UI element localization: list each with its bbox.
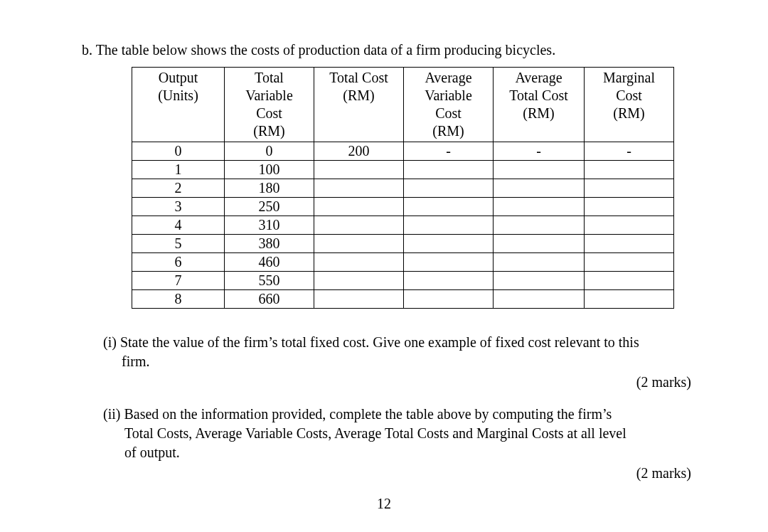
cell-mc: -	[585, 142, 674, 161]
question-i: (i) State the value of the firm’s total …	[103, 333, 697, 390]
col-header-tvc: TotalVariableCost(RM)	[225, 68, 314, 142]
question-i-line2: firm.	[103, 352, 697, 371]
col-header-tc: Total Cost(RM)	[314, 68, 404, 142]
cell-mc	[585, 179, 674, 198]
table-row: 3 250	[132, 198, 674, 216]
cell-atc	[494, 290, 585, 309]
cell-tc	[314, 272, 404, 290]
cell-avc	[404, 179, 494, 198]
cell-atc	[494, 161, 585, 179]
col-header-avc: AverageVariableCost(RM)	[404, 68, 494, 142]
cell-output: 3	[132, 198, 225, 216]
cell-tc	[314, 179, 404, 198]
cell-tvc: 180	[225, 179, 314, 198]
cell-atc	[494, 272, 585, 290]
cell-output: 8	[132, 290, 225, 309]
table-row: 5 380	[132, 235, 674, 253]
cell-mc	[585, 272, 674, 290]
cell-avc	[404, 235, 494, 253]
question-ii-text: (ii) Based on the information provided, …	[103, 405, 697, 462]
cell-mc	[585, 253, 674, 272]
question-ii-number: (ii)	[103, 406, 120, 422]
table-body: 0 0 200 - - - 1 100 2 180	[132, 142, 674, 309]
cell-mc	[585, 161, 674, 179]
cell-tc	[314, 216, 404, 235]
cell-atc	[494, 235, 585, 253]
table-row: 1 100	[132, 161, 674, 179]
cell-tvc: 550	[225, 272, 314, 290]
question-i-marks: (2 marks)	[103, 374, 697, 390]
cell-output: 7	[132, 272, 225, 290]
col-header-mc: MarginalCost(RM)	[585, 68, 674, 142]
cell-tc	[314, 161, 404, 179]
question-intro: b. The table below shows the costs of pr…	[82, 40, 697, 60]
cell-mc	[585, 235, 674, 253]
cell-tvc: 660	[225, 290, 314, 309]
cell-atc	[494, 198, 585, 216]
intro-text: The table below shows the costs of produ…	[96, 42, 556, 58]
table-row: 8 660	[132, 290, 674, 309]
cell-output: 1	[132, 161, 225, 179]
question-ii-marks: (2 marks)	[103, 465, 697, 482]
question-i-number: (i)	[103, 334, 117, 350]
table-row: 2 180	[132, 179, 674, 198]
cell-tc	[314, 235, 404, 253]
table-row: 0 0 200 - - -	[132, 142, 674, 161]
cell-avc	[404, 216, 494, 235]
cell-tvc: 380	[225, 235, 314, 253]
cell-output: 0	[132, 142, 225, 161]
cell-atc	[494, 216, 585, 235]
cell-atc	[494, 253, 585, 272]
question-ii-line3: of output.	[103, 443, 697, 462]
cell-tc	[314, 290, 404, 309]
cell-output: 6	[132, 253, 225, 272]
cell-output: 2	[132, 179, 225, 198]
cell-avc: -	[404, 142, 494, 161]
cost-table: Output(Units) TotalVariableCost(RM) Tota…	[132, 67, 674, 309]
cell-mc	[585, 216, 674, 235]
col-header-atc: AverageTotal Cost(RM)	[494, 68, 585, 142]
cell-avc	[404, 272, 494, 290]
question-i-text: (i) State the value of the firm’s total …	[103, 333, 697, 371]
page-number: 12	[0, 496, 768, 512]
col-header-output: Output(Units)	[132, 68, 225, 142]
cell-atc: -	[494, 142, 585, 161]
table-row: 4 310	[132, 216, 674, 235]
cell-output: 5	[132, 235, 225, 253]
cell-avc	[404, 290, 494, 309]
cell-tc	[314, 253, 404, 272]
part-label-b: b.	[82, 42, 92, 58]
cell-mc	[585, 198, 674, 216]
cell-tvc: 100	[225, 161, 314, 179]
question-ii-line1: Based on the information provided, compl…	[124, 406, 612, 422]
cell-tvc: 0	[225, 142, 314, 161]
question-ii: (ii) Based on the information provided, …	[103, 405, 697, 482]
cell-atc	[494, 179, 585, 198]
cell-output: 4	[132, 216, 225, 235]
table-row: 7 550	[132, 272, 674, 290]
question-i-line1: State the value of the firm’s total fixe…	[120, 334, 639, 350]
cell-tvc: 310	[225, 216, 314, 235]
cell-avc	[404, 253, 494, 272]
cell-tvc: 250	[225, 198, 314, 216]
cell-tc: 200	[314, 142, 404, 161]
page: b. The table below shows the costs of pr…	[0, 0, 768, 532]
cell-mc	[585, 290, 674, 309]
question-ii-line2: Total Costs, Average Variable Costs, Ave…	[103, 424, 697, 443]
cell-tc	[314, 198, 404, 216]
table-row: 6 460	[132, 253, 674, 272]
table-header-row: Output(Units) TotalVariableCost(RM) Tota…	[132, 68, 674, 142]
cell-avc	[404, 198, 494, 216]
cell-avc	[404, 161, 494, 179]
cell-tvc: 460	[225, 253, 314, 272]
